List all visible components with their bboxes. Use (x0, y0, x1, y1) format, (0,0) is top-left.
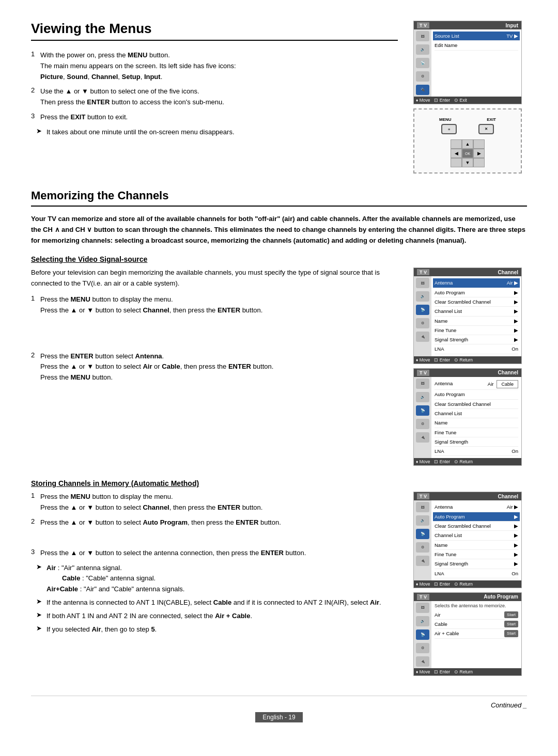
start-air[interactable]: Start (504, 611, 518, 618)
sidebar-channel: 📡 (416, 58, 429, 68)
footer-return-ch1: ⊙ Return (454, 357, 473, 363)
tv-ui-auto: T V Auto Program 🖼 🔊 📡 ⚙ 🔌 Selects the a… (413, 592, 522, 676)
start-aircable[interactable]: Start (504, 630, 518, 637)
auto-desc: Selects the antennas to memorize. (435, 603, 518, 608)
sidebar-pic-ch2: 🖼 (416, 379, 429, 389)
tv-row-cable-auto: Cable Start (435, 620, 518, 629)
footer-enter-ch2: ⊡ Enter (434, 459, 450, 464)
start-cable[interactable]: Start (504, 621, 518, 627)
sidebar-ch-auto-active: 📡 (416, 629, 429, 640)
step-1-text: With the power on, press the MENU button… (40, 50, 236, 82)
label-cable-auto: Cable (435, 621, 447, 627)
tv-main-input: Source List TV ▶ Edit Name (431, 29, 521, 97)
section2-title: Memorizing the Channels (31, 189, 527, 207)
footer-move: ♦ Move (416, 98, 430, 103)
row-val-source: TV ▶ (506, 33, 518, 39)
exit-button[interactable]: ✕ (478, 124, 494, 134)
label-aircable-auto: Air + Cable (435, 630, 459, 637)
menu-button[interactable]: ≡ (441, 124, 457, 134)
tv-sidebar-auto: 🖼 🔊 📡 ⚙ 🔌 (414, 601, 431, 668)
tv-row-source: Source List TV ▶ (433, 32, 520, 41)
note-air-goto-text: If you selected Air, then go to step 5. (47, 624, 157, 635)
tv-ui-input: T V Input 🖼 🔊 📡 ⚙ 🔌 Source List TV (413, 21, 522, 104)
sidebar-ch-ch2-active: 📡 (416, 405, 429, 416)
remote-nav-area: ▲ ◀ OK ▶ ▼ (451, 139, 485, 167)
tv-header-channel3: T V Channel (414, 492, 521, 500)
sidebar-sound: 🔊 (416, 44, 429, 55)
note-air-goto-arrow: ➤ (36, 624, 47, 632)
tv-row-signal2: Signal Strength (435, 437, 518, 447)
subsection2-text: 1 Press the MENU button to display the m… (31, 492, 398, 637)
tv-main-ch2: Antenna Air Cable Auto Program Clear Scr… (431, 377, 521, 459)
footer-move-auto: ♦ Move (416, 669, 430, 674)
viewing-menus-steps: 1 With the power on, press the MENU butt… (31, 50, 398, 138)
note-air: ➤ Air : "Air" antenna signal. Cable : "C… (31, 563, 398, 595)
step-1-num: 1 (31, 50, 38, 58)
subsection1-content: Before your television can begin memoriz… (31, 267, 527, 470)
note-cable: Cable : "Cable" antenna signal. Air+Cabl… (47, 574, 184, 593)
tv-ui-channel2: T V Channel 🖼 🔊 📡 ⚙ 🔌 Antenna (413, 368, 522, 466)
tv-main-auto: Selects the antennas to memorize. Air St… (431, 601, 521, 668)
section-viewing-menus: Viewing the Menus 1 With the power on, p… (31, 21, 527, 174)
sub2-step1: 1 Press the MENU button to display the m… (31, 492, 398, 513)
page-number: English - 19 (255, 712, 302, 722)
footer-move-ch1: ♦ Move (416, 357, 430, 363)
tv-label-auto: T V (417, 594, 429, 600)
sub1-step1-num: 1 (31, 294, 38, 302)
sidebar-inp-ch3: 🔌 (416, 556, 429, 566)
subsection2-images: T V Channel 🖼 🔊 📡 ⚙ 🔌 AntennaAir ▶ Auto … (413, 492, 527, 680)
note-ant2: ➤ If both ANT 1 IN and ANT 2 IN are conn… (31, 611, 398, 622)
nav-empty-tl (451, 139, 462, 149)
nav-right[interactable]: ▶ (473, 149, 485, 158)
tv-label: T V (417, 22, 429, 28)
footer-move-ch2: ♦ Move (416, 459, 430, 464)
tv-panel-title: Input (506, 23, 518, 28)
tv-row-clear1: Clear Scrambled Channel▶ (435, 297, 518, 307)
sidebar-pic-ch3: 🖼 (416, 502, 429, 512)
remote-nav-grid: ▲ ◀ OK ▶ ▼ (451, 139, 485, 167)
sidebar-pic-ch1: 🖼 (416, 278, 429, 288)
tv-row-signal3: Signal Strength▶ (435, 559, 518, 569)
remote-control-area: MENU EXIT ≡ ✕ ▲ ◀ OK (413, 108, 522, 174)
sidebar-input-active: 🔌 (416, 85, 429, 95)
sub1-step1-text: Press the MENU button to display the men… (40, 294, 262, 316)
subsection2-title: Storing Channels in Memory (Automatic Me… (31, 479, 527, 487)
spacer2 (31, 532, 398, 548)
nav-empty-br (473, 158, 485, 167)
step-3: 3 Press the EXIT button to exit. (31, 112, 398, 123)
nav-left[interactable]: ◀ (451, 149, 462, 158)
remote-labels: MENU EXIT (439, 117, 496, 122)
tv-footer-auto: ♦ Move ⊡ Enter ⊙ Return (414, 668, 521, 675)
tv-sidebar-ch3: 🖼 🔊 📡 ⚙ 🔌 (414, 500, 431, 580)
sidebar-pic-auto: 🖼 (416, 603, 429, 613)
sidebar-snd-auto: 🔊 (416, 616, 429, 626)
sidebar-snd-ch2: 🔊 (416, 392, 429, 402)
note-ant1: ➤ If the antenna is connected to ANT 1 I… (31, 597, 398, 608)
tv-body-auto: 🖼 🔊 📡 ⚙ 🔌 Selects the antennas to memori… (414, 601, 521, 668)
tv-row-fine3: Fine Tune▶ (435, 550, 518, 559)
tv-row-lna1: LNAOn (435, 344, 518, 354)
tv-row-antenna1: Antenna Air ▶ (433, 278, 520, 288)
sidebar-snd-ch3: 🔊 (416, 515, 429, 526)
remote-top-row: ≡ ✕ (441, 124, 494, 134)
tv-row-lna2: LNAOn (435, 447, 518, 456)
continued-text: Continued _ (491, 701, 527, 709)
tv-body-channel3: 🖼 🔊 📡 ⚙ 🔌 AntennaAir ▶ Auto Program▶ Cle… (414, 500, 521, 580)
nav-down[interactable]: ▼ (462, 158, 473, 167)
nav-up[interactable]: ▲ (462, 139, 473, 149)
footer-enter-ch1: ⊡ Enter (434, 357, 450, 363)
sub1-step1: 1 Press the MENU button to display the m… (31, 294, 398, 316)
popup-cable: Cable (497, 380, 518, 389)
tv-main-ch3: AntennaAir ▶ Auto Program▶ Clear Scrambl… (431, 500, 521, 580)
tv-row-fine2: Fine Tune (435, 428, 518, 437)
label-antenna1: Antenna (435, 279, 453, 286)
subsection1-images: T V Channel 🖼 🔊 📡 ⚙ 🔌 Antenna Air (413, 267, 527, 470)
step-1: 1 With the power on, press the MENU butt… (31, 50, 398, 82)
nav-center[interactable]: OK (462, 149, 473, 158)
label-antenna2: Antenna (435, 380, 453, 389)
footer-move-ch3: ♦ Move (416, 581, 430, 587)
nav-empty-tr (473, 139, 485, 149)
tv-sidebar-ch2: 🖼 🔊 📡 ⚙ 🔌 (414, 377, 431, 459)
row-label-edit: Edit Name (435, 42, 457, 49)
footer-enter-auto: ⊡ Enter (434, 669, 450, 674)
